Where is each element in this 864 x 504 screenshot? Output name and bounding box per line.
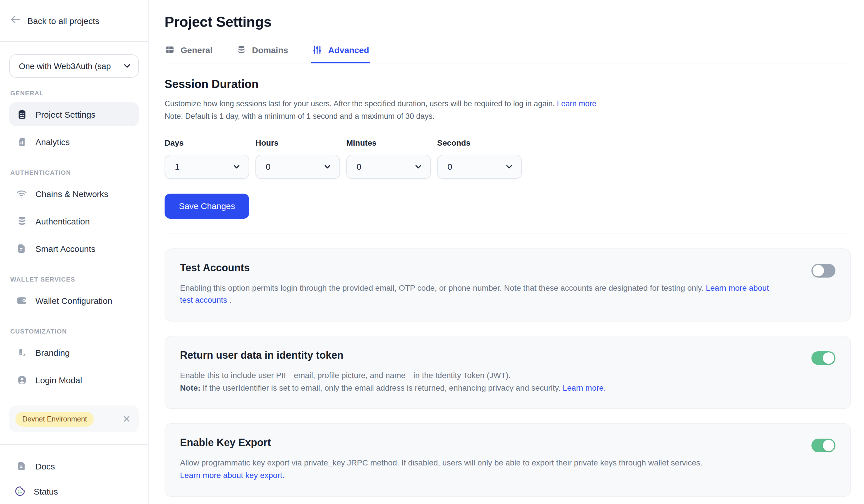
days-select[interactable]: 1	[165, 155, 249, 179]
identity-token-learn-more-link[interactable]: Learn more.	[563, 383, 606, 392]
tab-bar: General Domains Advanced	[165, 45, 851, 63]
identity-token-toggle[interactable]	[812, 351, 836, 365]
tab-advanced[interactable]: Advanced	[312, 45, 369, 63]
tab-label: Domains	[252, 45, 288, 54]
database-icon	[237, 45, 246, 54]
sidebar-item-docs[interactable]: Docs	[9, 454, 139, 478]
card-title: Enable Key Export	[180, 437, 836, 449]
file-icon	[16, 243, 27, 254]
sidebar-item-label: Smart Accounts	[35, 244, 95, 253]
key-export-card: Enable Key Export Allow programmatic key…	[165, 423, 851, 497]
database-icon	[16, 215, 27, 227]
sidebar-item-authentication[interactable]: Authentication	[9, 209, 139, 233]
docs-file-icon	[16, 460, 27, 472]
sidebar-item-status[interactable]: Status	[9, 479, 139, 503]
project-selector-value: One with Web3Auth (sap	[19, 61, 122, 71]
chevron-down-icon	[414, 162, 423, 171]
hours-value: 0	[266, 162, 271, 171]
devnet-environment-badge: Devnet Environment	[15, 411, 94, 426]
toggle-knob	[823, 352, 834, 364]
tab-general[interactable]: General	[165, 45, 213, 63]
days-field: Days 1	[165, 138, 249, 179]
hours-select[interactable]: 0	[255, 155, 340, 179]
duration-fields: Days 1 Hours 0 Minutes 0	[165, 138, 851, 179]
clipboard-icon	[16, 109, 27, 120]
sidebar-body: One with Web3Auth (sap GENERAL Project S…	[0, 42, 148, 444]
card-desc-suffix: .	[227, 296, 232, 305]
chevron-down-icon	[323, 162, 332, 171]
sidebar-item-analytics[interactable]: Analytics	[9, 130, 139, 153]
section-label-wallet-services: WALLET SERVICES	[10, 276, 139, 283]
user-circle-icon	[16, 374, 27, 385]
project-selector-dropdown[interactable]: One with Web3Auth (sap	[9, 54, 139, 78]
sidebar-item-label: Authentication	[35, 216, 90, 226]
section-divider	[165, 233, 851, 234]
card-desc-text: Enabling this option permits login throu…	[180, 283, 706, 292]
sidebar-item-login-modal[interactable]: Login Modal	[9, 368, 139, 392]
note-label: Note:	[180, 383, 201, 392]
note-text: If the userIdentifier is set to email, o…	[201, 383, 563, 392]
hours-label: Hours	[255, 138, 340, 147]
chevron-down-icon	[232, 162, 241, 171]
viewport: Back to all projects One with Web3Auth (…	[0, 0, 864, 504]
test-accounts-toggle[interactable]	[812, 263, 836, 277]
card-title: Test Accounts	[180, 262, 836, 274]
analytics-icon	[16, 136, 27, 147]
sidebar-item-wallet-configuration[interactable]: Wallet Configuration	[9, 288, 139, 312]
toggle-knob	[823, 440, 834, 452]
identity-token-card: Return user data in identity token Enabl…	[165, 336, 851, 409]
session-duration-description: Customize how long sessions last for you…	[165, 98, 851, 123]
back-to-projects-link[interactable]: Back to all projects	[0, 0, 148, 42]
session-note: Note: Default is 1 day, with a minimum o…	[165, 112, 435, 121]
key-export-learn-more-link[interactable]: Learn more about key export.	[180, 470, 285, 480]
main-content: Project Settings General Domains	[148, 0, 864, 504]
seconds-label: Seconds	[437, 138, 522, 147]
sidebar-item-project-settings[interactable]: Project Settings	[9, 102, 139, 126]
sidebar-item-label: Wallet Configuration	[35, 296, 112, 305]
sliders-icon	[312, 45, 322, 55]
wifi-icon	[16, 188, 27, 199]
minutes-field: Minutes 0	[346, 138, 431, 179]
session-learn-more-link[interactable]: Learn more	[557, 99, 596, 108]
sidebar-item-smart-accounts[interactable]: Smart Accounts	[9, 236, 139, 260]
devnet-environment-card: Devnet Environment	[9, 405, 139, 432]
wallet-icon	[16, 295, 27, 306]
card-desc-text: Enable this to include user PII—email, p…	[180, 371, 511, 380]
minutes-label: Minutes	[346, 138, 431, 147]
sidebar: Back to all projects One with Web3Auth (…	[0, 0, 148, 504]
minutes-select[interactable]: 0	[346, 155, 431, 179]
back-label: Back to all projects	[27, 16, 99, 25]
card-description: Allow programmatic key export via privat…	[180, 457, 836, 482]
save-changes-button[interactable]: Save Changes	[165, 193, 250, 219]
sidebar-item-label: Status	[34, 486, 58, 496]
section-label-authentication: AUTHENTICATION	[10, 169, 139, 176]
seconds-value: 0	[447, 162, 452, 171]
page-title: Project Settings	[165, 14, 851, 30]
sidebar-item-label: Login Modal	[35, 375, 82, 385]
card-description: Enabling this option permits login throu…	[180, 282, 836, 307]
table-grid-icon	[165, 45, 175, 55]
card-description: Enable this to include user PII—email, p…	[180, 369, 836, 394]
days-label: Days	[165, 138, 249, 147]
seconds-select[interactable]: 0	[437, 155, 522, 179]
tab-label: Advanced	[328, 45, 369, 54]
sidebar-item-label: Project Settings	[35, 109, 95, 119]
web3auth-dashboard: Back to all projects One with Web3Auth (…	[0, 0, 864, 504]
section-label-customization: CUSTOMIZATION	[10, 328, 139, 335]
key-export-toggle[interactable]	[812, 439, 836, 453]
close-icon[interactable]	[122, 414, 131, 424]
arrow-left-icon	[10, 14, 21, 27]
minutes-value: 0	[357, 162, 361, 171]
sidebar-item-branding[interactable]: Branding	[9, 340, 139, 364]
sidebar-footer: Docs Status	[0, 444, 148, 504]
card-desc-text: Allow programmatic key export via privat…	[180, 458, 703, 467]
sidebar-item-chains-networks[interactable]: Chains & Networks	[9, 182, 139, 206]
section-label-general: GENERAL	[10, 90, 139, 97]
session-duration-title: Session Duration	[165, 78, 851, 91]
hours-field: Hours 0	[255, 138, 340, 179]
chevron-down-icon	[122, 61, 132, 71]
status-cookie-icon	[14, 485, 26, 497]
tab-domains[interactable]: Domains	[237, 45, 288, 63]
days-value: 1	[175, 162, 180, 171]
session-desc-text: Customize how long sessions last for you…	[165, 99, 555, 108]
